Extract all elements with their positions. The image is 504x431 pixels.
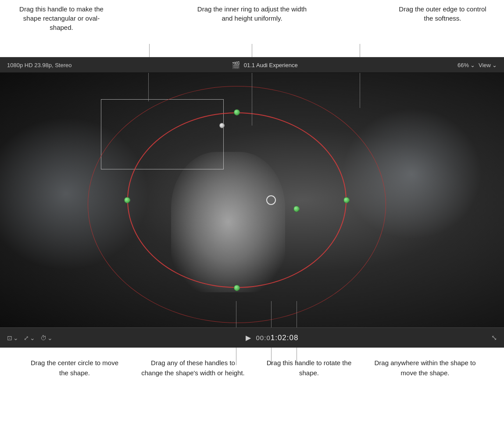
view-button[interactable]: View ⌄ (479, 62, 497, 68)
view-mode-chevron: ⌄ (13, 334, 18, 341)
callout-line-outer-top (360, 73, 360, 108)
view-chevron-icon: ⌄ (492, 62, 497, 68)
annotation-top-center: Drag the inner ring to adjust the width … (195, 4, 309, 23)
video-format-info: 1080p HD 23.98p, Stereo (7, 62, 71, 68)
annotation-top-left: Drag this handle to make the shape recta… (13, 4, 110, 32)
transform-icon[interactable]: ⤢ ⌄ (24, 334, 35, 341)
callout-line-rect-top (148, 73, 149, 101)
speed-symbol: ⏱ (40, 334, 46, 341)
annotation-bottom-rotate: Drag this handle to rotate the shape. (263, 358, 355, 378)
view-mode-symbol: ⊡ (7, 334, 12, 341)
callout-line-rotate-bottom (297, 348, 297, 365)
speed-chevron: ⌄ (47, 334, 53, 341)
annotation-bottom-handles: Drag any of these handles to change the … (140, 358, 246, 378)
callout-line-top-center (252, 44, 252, 57)
fullscreen-button[interactable]: ⤡ (491, 334, 497, 342)
callout-line-center (271, 301, 272, 327)
annotation-top-right: Drag the outer edge to control the softn… (394, 4, 491, 23)
callout-line-handles-bottom (236, 348, 236, 365)
transform-symbol: ⤢ (24, 334, 29, 341)
callout-line-rotate (297, 301, 297, 327)
playback-controls[interactable]: ▶ 00:01:02:08 (246, 334, 299, 342)
center-circle-handle[interactable] (266, 195, 276, 205)
handle-right[interactable] (343, 197, 350, 203)
player-controls: ⊡ ⌄ ⤢ ⌄ ⏱ ⌄ ▶ 00:01:02:08 ⤡ (0, 327, 504, 348)
inner-ring-handle-top[interactable] (219, 123, 225, 128)
clip-title-area: 🎬 01.1 Audi Experience (232, 61, 298, 69)
callout-line-center-bottom (271, 348, 272, 365)
clapper-icon: 🎬 (232, 61, 240, 69)
view-label: View (479, 62, 491, 68)
rotate-handle[interactable] (293, 206, 300, 212)
callout-line-bottom-handles (236, 301, 236, 327)
player-header: 1080p HD 23.98p, Stereo 🎬 01.1 Audi Expe… (0, 57, 504, 73)
handle-left[interactable] (124, 197, 130, 203)
callout-line-top-right (360, 44, 360, 57)
annotation-bottom-drag: Drag anywhere within the shape to move t… (372, 358, 478, 378)
annotation-top: Drag this handle to make the shape recta… (0, 0, 504, 57)
callout-line-top (252, 73, 252, 126)
video-canvas (0, 73, 504, 327)
transform-chevron: ⌄ (30, 334, 35, 341)
zoom-level: 66% (458, 62, 469, 68)
annotation-bottom: Drag the center circle to move the shape… (0, 348, 504, 431)
fullscreen-icon[interactable]: ⤡ (491, 334, 497, 341)
zoom-chevron-icon: ⌄ (470, 62, 475, 68)
left-controls[interactable]: ⊡ ⌄ ⤢ ⌄ ⏱ ⌄ (7, 334, 53, 341)
timecode-display: 00:01:02:08 (256, 334, 299, 342)
handle-top[interactable] (234, 109, 240, 115)
clip-title: 01.1 Audi Experience (244, 62, 298, 68)
speed-icon[interactable]: ⏱ ⌄ (40, 334, 53, 341)
play-button[interactable]: ▶ (246, 334, 251, 342)
inner-ring-circle[interactable] (127, 112, 347, 288)
handle-bottom[interactable] (234, 285, 240, 291)
zoom-button[interactable]: 66% ⌄ (458, 62, 475, 68)
view-mode-icon[interactable]: ⊡ ⌄ (7, 334, 18, 341)
annotation-bottom-center-circle: Drag the center circle to move the shape… (26, 358, 123, 378)
timecode-active: 1:02:08 (271, 334, 299, 342)
callout-line-top-left (149, 44, 150, 57)
view-controls[interactable]: 66% ⌄ View ⌄ (458, 62, 497, 68)
